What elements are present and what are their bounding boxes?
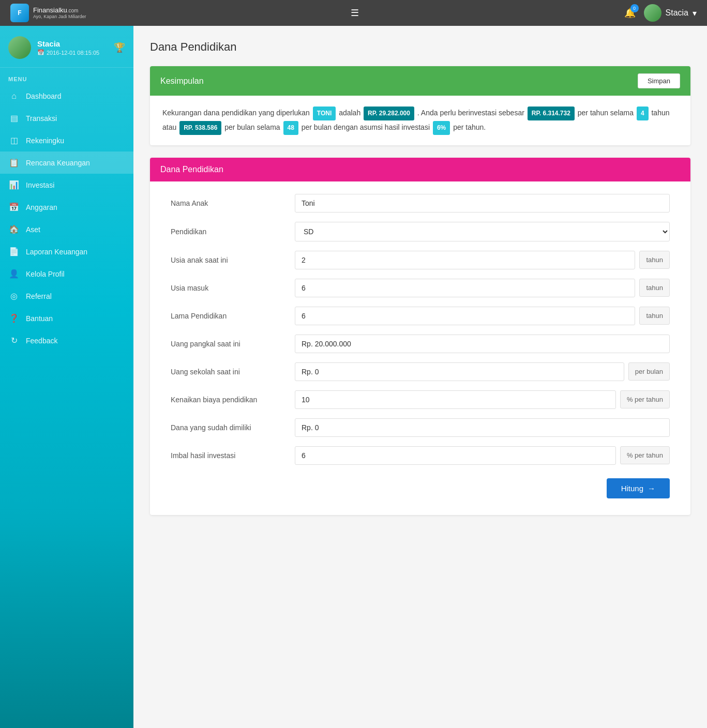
sidebar-item-dashboard[interactable]: ⌂ Dashboard <box>0 85 133 107</box>
uang-sekolah-row: Uang sekolah saat ini per bulan <box>171 362 670 381</box>
home-icon: ⌂ <box>8 92 20 101</box>
sidebar-item-rencana-keuangan[interactable]: 📋 Rencana Keuangan <box>0 151 133 174</box>
sidebar-item-label: Rencana Keuangan <box>26 159 90 167</box>
sidebar-item-referral[interactable]: ◎ Referral <box>0 285 133 307</box>
sidebar-item-feedback[interactable]: ↻ Feedback <box>0 329 133 352</box>
usia-anak-label: Usia anak saat ini <box>171 256 295 264</box>
dana-pendidikan-card: Dana Pendidikan Nama Anak Pendidikan SD <box>150 158 690 515</box>
pendidikan-row: Pendidikan SD SMP SMA S1 S2 <box>171 222 670 241</box>
uang-pangkal-input[interactable] <box>295 335 670 353</box>
name-tag: TONI <box>313 107 336 120</box>
kesimpulan-card: Kesimpulan Simpan Kekurangan dana pendid… <box>150 66 690 145</box>
menu-label: MENU <box>0 68 133 85</box>
uang-sekolah-control: per bulan <box>295 362 670 381</box>
dana-dimiliki-input[interactable] <box>295 418 670 437</box>
sidebar-item-label: Dashboard <box>26 92 62 100</box>
usia-masuk-row: Usia masuk tahun <box>171 279 670 297</box>
rekeningku-icon: ◫ <box>8 135 20 145</box>
arrow-right-icon: → <box>648 484 655 493</box>
usia-anak-control: tahun <box>295 251 670 269</box>
uang-sekolah-input[interactable] <box>295 362 624 381</box>
simpan-button[interactable]: Simpan <box>638 73 680 88</box>
logo-text: Finansialku.com Ayo, Kapan Jadi Miliarde… <box>33 6 86 20</box>
user-name-label: Stacia <box>666 8 688 18</box>
lama-pendidikan-input[interactable] <box>295 307 635 325</box>
sidebar-item-aset[interactable]: 🏠 Aset <box>0 218 133 240</box>
dana-pendidikan-header: Dana Pendidikan <box>150 158 690 181</box>
usia-masuk-control: tahun <box>295 279 670 297</box>
hitung-button[interactable]: Hitung → <box>607 478 670 498</box>
kenaikan-biaya-label: Kenaikan biaya pendidikan <box>171 396 295 404</box>
uang-pangkal-control <box>295 335 670 353</box>
laporan-icon: 📄 <box>8 247 20 256</box>
user-menu-button[interactable]: Stacia ▾ <box>644 4 697 22</box>
imbal-hasil-row: Imbal hasil investasi % per tahun <box>171 446 670 465</box>
sidebar-item-anggaran[interactable]: 📅 Anggaran <box>0 196 133 218</box>
dana-dimiliki-row: Dana yang sudah dimiliki <box>171 418 670 437</box>
sidebar: Stacia 📅 2016-12-01 08:15:05 🏆 MENU ⌂ Da… <box>0 26 133 728</box>
imbal-hasil-addon: % per tahun <box>620 446 670 464</box>
page-title: Dana Pendidikan <box>150 40 690 54</box>
menu-toggle-button[interactable]: ☰ <box>351 7 359 19</box>
calendar-icon: 📅 <box>37 49 44 56</box>
rencana-icon: 📋 <box>8 158 20 168</box>
sidebar-item-rekeningku[interactable]: ◫ Rekeningku <box>0 129 133 151</box>
dana-dimiliki-label: Dana yang sudah dimiliki <box>171 423 295 432</box>
sidebar-profile: Stacia 📅 2016-12-01 08:15:05 🏆 <box>0 26 133 68</box>
kenaikan-biaya-input[interactable] <box>295 390 616 409</box>
nama-anak-label: Nama Anak <box>171 199 295 207</box>
aset-icon: 🏠 <box>8 224 20 234</box>
sidebar-profile-info: Stacia 📅 2016-12-01 08:15:05 <box>37 39 99 56</box>
referral-icon: ◎ <box>8 291 20 301</box>
sidebar-item-bantuan[interactable]: ❓ Bantuan <box>0 307 133 329</box>
sidebar-user-name: Stacia <box>37 39 99 48</box>
transaksi-icon: ▤ <box>8 113 20 123</box>
sidebar-item-investasi[interactable]: 📊 Investasi <box>0 174 133 196</box>
amount1-tag: RP. 29.282.000 <box>364 107 414 120</box>
amount3-tag: RP. 538.586 <box>179 121 221 135</box>
sidebar-item-label: Rekeningku <box>26 136 64 145</box>
bantuan-icon: ❓ <box>8 313 20 323</box>
usia-anak-input[interactable] <box>295 251 635 269</box>
dana-pendidikan-title: Dana Pendidikan <box>160 165 223 174</box>
chevron-down-icon: ▾ <box>693 8 697 18</box>
notification-button[interactable]: 🔔 0 <box>624 7 636 19</box>
sidebar-item-laporan-keuangan[interactable]: 📄 Laporan Keuangan <box>0 240 133 263</box>
kesimpulan-title: Kesimpulan <box>160 77 204 86</box>
months-tag: 48 <box>283 121 298 135</box>
usia-anak-row: Usia anak saat ini tahun <box>171 251 670 269</box>
uang-pangkal-row: Uang pangkal saat ini <box>171 335 670 353</box>
lama-pendidikan-label: Lama Pendidikan <box>171 312 295 320</box>
rate-tag: 6% <box>433 121 450 135</box>
lama-pendidikan-addon: tahun <box>639 307 670 325</box>
sidebar-item-label: Investasi <box>26 181 54 189</box>
sidebar-item-label: Anggaran <box>26 203 57 211</box>
pendidikan-label: Pendidikan <box>171 228 295 236</box>
sidebar-item-label: Kelola Profil <box>26 270 65 278</box>
pendidikan-control: SD SMP SMA S1 S2 <box>295 222 670 241</box>
pendidikan-select[interactable]: SD SMP SMA S1 S2 <box>295 222 670 241</box>
sidebar-item-label: Referral <box>26 292 52 300</box>
nama-anak-input[interactable] <box>295 194 670 213</box>
usia-masuk-input[interactable] <box>295 279 635 297</box>
topbar-right: 🔔 0 Stacia ▾ <box>624 4 697 22</box>
nama-anak-control <box>295 194 670 213</box>
main-content: Dana Pendidikan Kesimpulan Simpan Kekura… <box>133 26 707 728</box>
sidebar-item-label: Aset <box>26 225 40 234</box>
investasi-icon: 📊 <box>8 180 20 190</box>
imbal-hasil-input[interactable] <box>295 446 616 465</box>
usia-anak-addon: tahun <box>639 251 670 269</box>
kenaikan-biaya-addon: % per tahun <box>620 390 670 408</box>
nama-anak-row: Nama Anak <box>171 194 670 213</box>
sidebar-item-label: Feedback <box>26 337 57 345</box>
logo[interactable]: F Finansialku.com Ayo, Kapan Jadi Miliar… <box>10 4 86 22</box>
feedback-icon: ↻ <box>8 336 20 345</box>
kenaikan-biaya-row: Kenaikan biaya pendidikan % per tahun <box>171 390 670 409</box>
uang-pangkal-label: Uang pangkal saat ini <box>171 340 295 348</box>
sidebar-item-transaksi[interactable]: ▤ Transaksi <box>0 107 133 129</box>
lama-pendidikan-control: tahun <box>295 307 670 325</box>
sidebar-item-kelola-profil[interactable]: 👤 Kelola Profil <box>0 263 133 285</box>
sidebar-avatar <box>8 36 31 59</box>
years-tag: 4 <box>637 107 649 120</box>
imbal-hasil-control: % per tahun <box>295 446 670 465</box>
